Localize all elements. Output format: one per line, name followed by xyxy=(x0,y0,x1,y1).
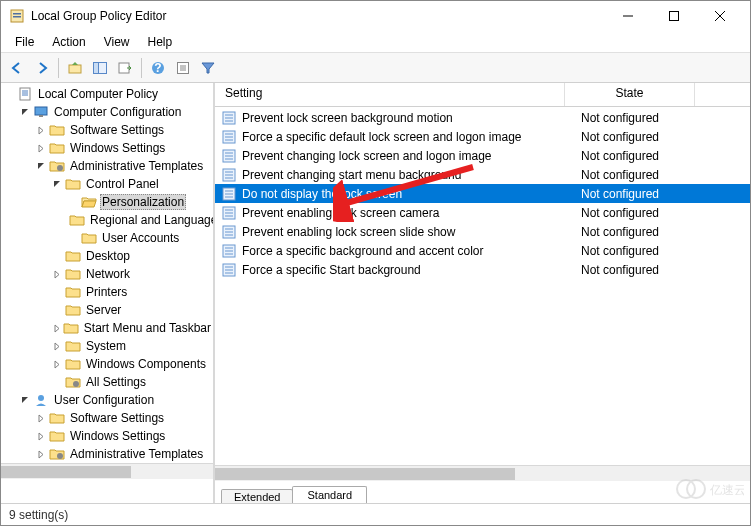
tree-item-label: Windows Settings xyxy=(68,429,167,443)
setting-state: Not configured xyxy=(571,111,701,125)
setting-icon xyxy=(221,148,237,164)
menubar: File Action View Help xyxy=(1,31,750,53)
tree-system[interactable]: System xyxy=(1,337,213,355)
tree-horizontal-scrollbar[interactable] xyxy=(1,463,213,479)
setting-row[interactable]: Force a specific background and accent c… xyxy=(215,241,750,260)
expand-icon[interactable] xyxy=(37,144,49,153)
svg-rect-21 xyxy=(35,107,47,115)
collapse-icon[interactable] xyxy=(21,108,33,117)
toolbar-separator xyxy=(58,58,59,78)
tree-server[interactable]: Server xyxy=(1,301,213,319)
expand-icon[interactable] xyxy=(37,432,49,441)
minimize-button[interactable] xyxy=(606,2,650,30)
tree-regional-language[interactable]: Regional and Language xyxy=(1,211,213,229)
setting-row[interactable]: Force a specific default lock screen and… xyxy=(215,127,750,146)
tab-extended[interactable]: Extended xyxy=(221,489,293,503)
menu-action[interactable]: Action xyxy=(44,33,93,51)
tree-network[interactable]: Network xyxy=(1,265,213,283)
tree-administrative-templates[interactable]: Administrative Templates xyxy=(1,157,213,175)
setting-name: Prevent changing start menu background xyxy=(242,168,571,182)
tree-user-windows-settings[interactable]: Windows Settings xyxy=(1,427,213,445)
app-icon xyxy=(9,8,25,24)
tree-desktop[interactable]: Desktop xyxy=(1,247,213,265)
tree-user-administrative-templates[interactable]: Administrative Templates xyxy=(1,445,213,463)
setting-row[interactable]: Prevent lock screen background motionNot… xyxy=(215,108,750,127)
folder-icon xyxy=(49,158,65,174)
svg-rect-1 xyxy=(13,13,21,15)
folder-icon xyxy=(65,266,81,282)
export-list-button[interactable] xyxy=(113,56,137,80)
svg-point-24 xyxy=(73,381,79,387)
setting-name: Force a specific default lock screen and… xyxy=(242,130,571,144)
back-button[interactable] xyxy=(5,56,29,80)
tree-user-configuration[interactable]: User Configuration xyxy=(1,391,213,409)
setting-icon xyxy=(221,129,237,145)
setting-state: Not configured xyxy=(571,130,701,144)
folder-icon xyxy=(65,302,81,318)
collapse-icon[interactable] xyxy=(37,162,49,171)
tree-printers[interactable]: Printers xyxy=(1,283,213,301)
setting-state: Not configured xyxy=(571,187,701,201)
tree-item-label: Server xyxy=(84,303,123,317)
tree-windows-settings[interactable]: Windows Settings xyxy=(1,139,213,157)
tree-root[interactable]: Local Computer Policy xyxy=(1,85,213,103)
setting-row[interactable]: Prevent enabling lock screen slide showN… xyxy=(215,222,750,241)
properties-button[interactable] xyxy=(171,56,195,80)
setting-state: Not configured xyxy=(571,168,701,182)
menu-view[interactable]: View xyxy=(96,33,138,51)
setting-state: Not configured xyxy=(571,244,701,258)
forward-button[interactable] xyxy=(30,56,54,80)
setting-icon xyxy=(221,110,237,126)
setting-state: Not configured xyxy=(571,263,701,277)
expand-icon[interactable] xyxy=(53,270,65,279)
expand-icon[interactable] xyxy=(53,342,65,351)
svg-rect-9 xyxy=(94,62,99,73)
setting-state: Not configured xyxy=(571,149,701,163)
tree-computer-configuration[interactable]: Computer Configuration xyxy=(1,103,213,121)
column-setting[interactable]: Setting xyxy=(215,83,565,106)
tree-software-settings[interactable]: Software Settings xyxy=(1,121,213,139)
tree-item-label: Administrative Templates xyxy=(68,159,205,173)
tabs: Extended Standard xyxy=(215,481,750,503)
maximize-button[interactable] xyxy=(652,2,696,30)
tree-user-software-settings[interactable]: Software Settings xyxy=(1,409,213,427)
tree-item-label: Printers xyxy=(84,285,129,299)
filter-button[interactable] xyxy=(196,56,220,80)
column-state[interactable]: State xyxy=(565,83,695,106)
up-button[interactable] xyxy=(63,56,87,80)
expand-icon[interactable] xyxy=(53,324,63,333)
svg-point-26 xyxy=(57,453,63,459)
setting-name: Force a specific Start background xyxy=(242,263,571,277)
tree-control-panel[interactable]: Control Panel xyxy=(1,175,213,193)
setting-row[interactable]: Prevent changing lock screen and logon i… xyxy=(215,146,750,165)
expand-icon[interactable] xyxy=(53,360,65,369)
setting-row[interactable]: Force a specific Start backgroundNot con… xyxy=(215,260,750,279)
tree-item-label: Local Computer Policy xyxy=(36,87,160,101)
folder-icon xyxy=(33,392,49,408)
list-horizontal-scrollbar[interactable] xyxy=(215,465,750,481)
tree-item-label: Administrative Templates xyxy=(68,447,205,461)
expand-icon[interactable] xyxy=(37,414,49,423)
tree-windows-components[interactable]: Windows Components xyxy=(1,355,213,373)
menu-file[interactable]: File xyxy=(7,33,42,51)
close-button[interactable] xyxy=(698,2,742,30)
setting-row[interactable]: Prevent changing start menu backgroundNo… xyxy=(215,165,750,184)
tree-all-settings[interactable]: All Settings xyxy=(1,373,213,391)
folder-icon xyxy=(65,248,81,264)
collapse-icon[interactable] xyxy=(53,180,65,189)
setting-state: Not configured xyxy=(571,206,701,220)
setting-row[interactable]: Prevent enabling lock screen cameraNot c… xyxy=(215,203,750,222)
expand-icon[interactable] xyxy=(37,126,49,135)
expand-icon[interactable] xyxy=(37,450,49,459)
tree-user-accounts[interactable]: User Accounts xyxy=(1,229,213,247)
setting-row[interactable]: Do not display the lock screenNot config… xyxy=(215,184,750,203)
setting-name: Do not display the lock screen xyxy=(242,187,571,201)
menu-help[interactable]: Help xyxy=(140,33,181,51)
tree-start-menu-taskbar[interactable]: Start Menu and Taskbar xyxy=(1,319,213,337)
collapse-icon[interactable] xyxy=(21,396,33,405)
show-hide-tree-button[interactable] xyxy=(88,56,112,80)
tree-personalization[interactable]: Personalization xyxy=(1,193,213,211)
tab-standard[interactable]: Standard xyxy=(292,486,367,503)
svg-rect-4 xyxy=(670,12,679,21)
help-button[interactable]: ? xyxy=(146,56,170,80)
